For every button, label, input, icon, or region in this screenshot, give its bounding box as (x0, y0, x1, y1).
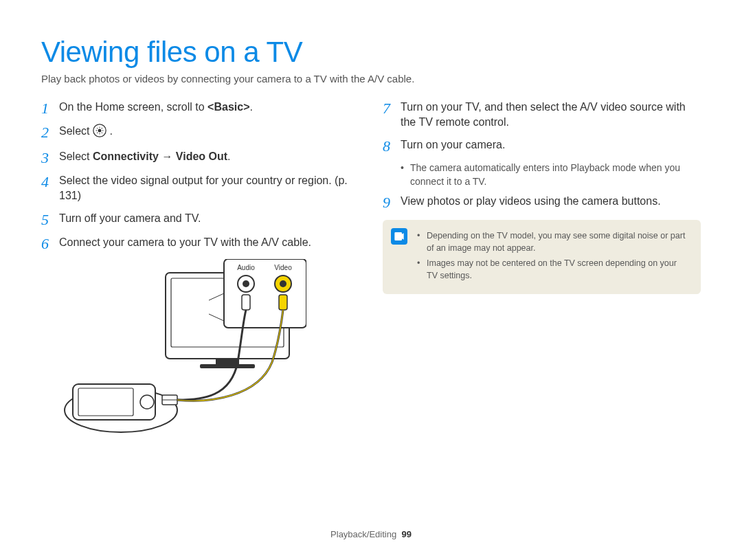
step-number: 9 (383, 194, 401, 211)
audio-label: Audio (237, 264, 255, 271)
step-1: 1 On the Home screen, scroll to <Basic>. (41, 100, 359, 117)
sub-bullet: The camera automatically enters into Pla… (401, 161, 701, 188)
bold-text: Connectivity (93, 150, 159, 162)
intro-text: Play back photos or videos by connecting… (41, 73, 701, 85)
connection-diagram: Audio Video (59, 259, 359, 440)
svg-point-8 (243, 280, 249, 287)
gear-icon (93, 124, 106, 142)
step-text: Select the video signal output for your … (59, 173, 359, 204)
page-title: Viewing files on a TV (41, 36, 701, 69)
bold-text: <Basic> (207, 101, 249, 113)
step-3: 3 Select Connectivity → Video Out. (41, 149, 359, 166)
footer-section: Playback/Editing (330, 529, 396, 539)
step-number: 5 (41, 211, 59, 228)
step-6: 6 Connect your camera to your TV with th… (41, 235, 359, 252)
step-text: View photos or play videos using the cam… (401, 194, 661, 209)
step-number: 3 (41, 149, 59, 166)
step-2: 2 Select . (41, 124, 359, 142)
step-number: 7 (383, 100, 401, 117)
step-text: Select . (59, 124, 113, 142)
step-8-sub: The camera automatically enters into Pla… (401, 161, 701, 188)
text: Select (59, 125, 93, 137)
video-label: Video (274, 264, 292, 271)
step-number: 1 (41, 100, 59, 117)
step-4: 4 Select the video signal output for you… (41, 173, 359, 204)
note-item: Images may not be centered on the TV scr… (417, 257, 690, 282)
bold-text: Video Out (176, 150, 227, 162)
step-number: 2 (41, 124, 59, 141)
step-5: 5 Turn off your camera and TV. (41, 211, 359, 228)
step-text: Turn off your camera and TV. (59, 211, 201, 226)
svg-rect-5 (200, 364, 255, 368)
svg-rect-6 (224, 259, 306, 328)
svg-rect-4 (216, 359, 239, 364)
text: . (109, 125, 112, 137)
step-7: 7 Turn on your TV, and then select the A… (383, 100, 701, 131)
step-text: Turn on your camera. (401, 137, 505, 153)
arrow-icon: → (159, 150, 176, 162)
text: Select (59, 150, 93, 162)
step-8: 8 Turn on your camera. (383, 137, 701, 155)
svg-point-10 (280, 280, 286, 287)
svg-point-1 (98, 129, 101, 133)
svg-rect-17 (78, 388, 133, 416)
text: . (249, 101, 252, 113)
text: On the Home screen, scroll to (59, 101, 207, 113)
step-text: Select Connectivity → Video Out. (59, 149, 231, 164)
page-footer: Playback/Editing 99 (0, 529, 742, 539)
step-number: 8 (383, 137, 401, 155)
step-9: 9 View photos or play videos using the c… (383, 194, 701, 211)
step-number: 6 (41, 235, 59, 252)
svg-rect-12 (279, 295, 287, 310)
note-box: Depending on the TV model, you may see s… (383, 220, 701, 295)
step-text: Turn on your TV, and then select the A/V… (401, 100, 701, 131)
svg-point-18 (140, 395, 154, 409)
footer-page-number: 99 (401, 529, 411, 539)
svg-rect-11 (242, 295, 250, 310)
note-item: Depending on the TV model, you may see s… (417, 229, 690, 254)
step-text: On the Home screen, scroll to <Basic>. (59, 100, 253, 115)
left-column: 1 On the Home screen, scroll to <Basic>.… (41, 100, 359, 440)
step-text: Connect your camera to your TV with the … (59, 235, 311, 250)
note-icon (391, 228, 407, 245)
text: . (227, 150, 230, 162)
right-column: 7 Turn on your TV, and then select the A… (383, 100, 701, 440)
content-columns: 1 On the Home screen, scroll to <Basic>.… (41, 100, 701, 440)
step-number: 4 (41, 173, 59, 190)
